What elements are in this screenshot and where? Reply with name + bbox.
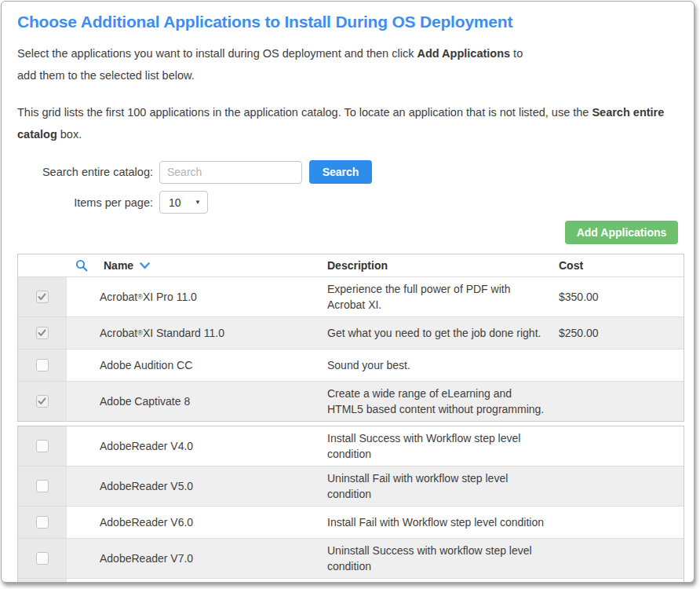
app-description: Sound your best.: [323, 349, 554, 381]
search-input[interactable]: [159, 161, 302, 184]
items-per-page-label: Items per page:: [17, 196, 153, 209]
add-applications-button[interactable]: Add Applications: [565, 221, 678, 244]
cost-column-label: Cost: [557, 259, 583, 272]
description-column-label: Description: [326, 259, 388, 272]
app-cost: [554, 507, 684, 538]
app-name: After Effects CC: [67, 579, 323, 583]
app-description: Get what you need to get the job done ri…: [323, 317, 554, 349]
row-checkbox[interactable]: [36, 395, 49, 408]
add-applications-row: Add Applications: [17, 221, 678, 244]
table-row[interactable]: Adobe Captivate 8 Create a wide range of…: [18, 381, 684, 421]
row-checkbox[interactable]: [36, 327, 49, 339]
row-checkbox[interactable]: [36, 440, 49, 452]
app-description: Uninstall Fail with workflow step level …: [323, 466, 554, 506]
grid-header-row: Name Description Cost: [18, 254, 684, 276]
cost-column-header[interactable]: Cost: [554, 254, 684, 276]
search-catalog-row: Search entire catalog: Search: [17, 160, 678, 184]
app-name: Acrobat® XI Pro 11.0: [67, 277, 323, 316]
table-row[interactable]: AdobeReader V6.0 Install Fail with Workf…: [18, 506, 684, 538]
app-name: Adobe Audition CC: [67, 349, 323, 381]
items-per-page-row: Items per page: 10 ▼: [17, 191, 678, 214]
row-checkbox[interactable]: [36, 516, 49, 529]
app-cost: [554, 349, 684, 381]
intro-1-bold: Add Applications: [417, 47, 510, 60]
sort-descending-icon: [140, 262, 150, 269]
intro-2-text: This grid lists the first 100 applicatio…: [17, 106, 592, 119]
wizard-window: Choose Additional Applications to Instal…: [1, 1, 695, 583]
app-name: AdobeReader V4.0: [67, 426, 323, 466]
app-cost: [554, 539, 684, 578]
intro-paragraph-1: Select the applications you want to inst…: [17, 42, 531, 86]
search-icon[interactable]: [75, 259, 88, 272]
name-column-header[interactable]: Name: [67, 254, 323, 276]
checkbox-cell: [18, 317, 67, 349]
row-checkbox[interactable]: [36, 291, 49, 303]
items-per-page-value: 10: [169, 196, 181, 209]
table-row[interactable]: AdobeReader V4.0 Install Success with Wo…: [18, 426, 684, 466]
checkbox-cell: [18, 382, 67, 421]
checkbox-cell: [18, 507, 67, 538]
row-checkbox[interactable]: [36, 359, 49, 371]
app-name: AdobeReader V5.0: [67, 466, 323, 506]
grid-rows-top: Acrobat® XI Pro 11.0 Experience the full…: [18, 276, 684, 421]
chevron-down-icon: ▼: [195, 199, 201, 206]
table-row[interactable]: Adobe Audition CC Sound your best.: [18, 349, 684, 381]
app-cost: [554, 466, 684, 506]
app-cost: [554, 426, 684, 466]
checkbox-cell: [18, 539, 67, 578]
app-name: AdobeReader V6.0: [67, 507, 323, 538]
checkbox-cell: [18, 277, 67, 316]
check-icon: [38, 397, 46, 405]
app-description: Install Success with Workflow step level…: [323, 426, 554, 466]
table-row[interactable]: Acrobat® XI Standard 11.0 Get what you n…: [18, 316, 684, 349]
app-description: Cinematic visual effects and motion grap…: [323, 579, 554, 583]
app-description: Uninstall Success with workflow step lev…: [323, 539, 554, 578]
app-description: Install Fail with Workflow step level co…: [323, 507, 554, 538]
intro-1-text: Select the applications you want to inst…: [17, 47, 417, 60]
applications-grid: Name Description Cost Acrobat® XI Pro 11…: [17, 254, 684, 583]
table-row[interactable]: AdobeReader V5.0 Uninstall Fail with wor…: [18, 466, 684, 506]
app-cost: $250.00: [554, 317, 684, 349]
description-column-header[interactable]: Description: [323, 254, 554, 276]
table-row[interactable]: After Effects CC Cinematic visual effect…: [18, 578, 684, 583]
grid-section-bottom: AdobeReader V4.0 Install Success with Wo…: [17, 426, 684, 583]
checkbox-column-header: [18, 254, 67, 276]
app-name: AdobeReader V7.0: [67, 539, 323, 578]
app-cost: [554, 382, 684, 421]
check-icon: [38, 293, 46, 301]
table-row[interactable]: AdobeReader V7.0 Uninstall Success with …: [18, 538, 684, 578]
checkbox-cell: [18, 579, 67, 583]
name-column-label: Name: [104, 259, 133, 272]
app-name: Adobe Captivate 8: [67, 382, 323, 421]
app-cost: $350.00: [554, 277, 684, 316]
app-description: Experience the full power of PDF with Ac…: [323, 277, 554, 316]
grid-section-top: Name Description Cost Acrobat® XI Pro 11…: [17, 254, 684, 422]
check-icon: [38, 329, 46, 337]
items-per-page-select[interactable]: 10 ▼: [159, 191, 208, 214]
checkbox-cell: [18, 466, 67, 506]
page-title: Choose Additional Applications to Instal…: [17, 13, 678, 31]
row-checkbox[interactable]: [36, 552, 49, 565]
app-cost: [554, 579, 684, 583]
intro-paragraph-2: This grid lists the first 100 applicatio…: [17, 101, 678, 145]
search-button[interactable]: Search: [309, 160, 372, 184]
intro-2-text-end: box.: [57, 128, 82, 141]
checkbox-cell: [18, 426, 67, 466]
app-name: Acrobat® XI Standard 11.0: [67, 317, 323, 349]
checkbox-cell: [18, 349, 67, 381]
row-checkbox[interactable]: [36, 480, 49, 492]
search-catalog-label: Search entire catalog:: [17, 166, 153, 178]
table-row[interactable]: Acrobat® XI Pro 11.0 Experience the full…: [18, 276, 684, 316]
app-description: Create a wide range of eLearning and HTM…: [323, 382, 554, 421]
